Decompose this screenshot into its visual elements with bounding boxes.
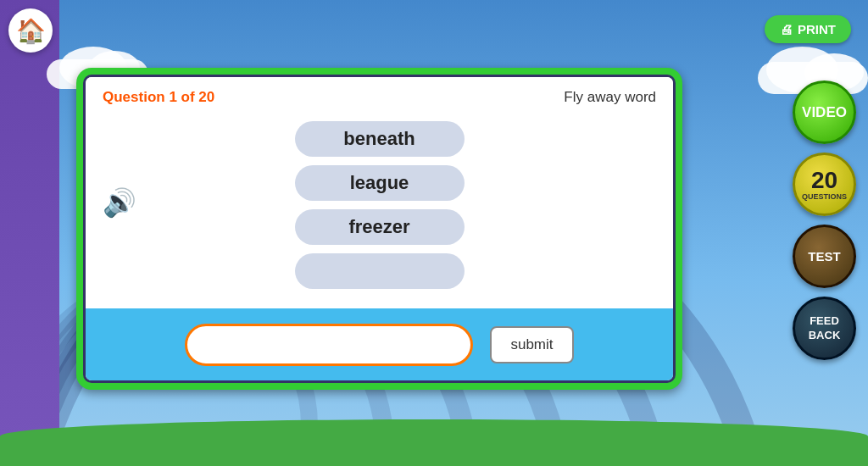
video-button[interactable]: VIDEO — [793, 80, 856, 144]
word-pill-empty[interactable] — [295, 253, 465, 289]
main-card: Question 1 of 20 Fly away word 🔊 beneath… — [76, 68, 682, 390]
word-pill-freezer[interactable]: freezer — [295, 209, 465, 245]
home-button[interactable]: 🏠 — [8, 8, 53, 53]
print-label: PRINT — [798, 22, 836, 36]
print-icon: 🖨 — [780, 22, 793, 36]
print-button[interactable]: 🖨 PRINT — [765, 15, 851, 43]
words-area: beneath league freezer — [103, 87, 656, 297]
feedback-button[interactable]: FEEDBACK — [793, 297, 856, 360]
word-pill-league[interactable]: league — [295, 165, 465, 201]
card-top: Question 1 of 20 Fly away word 🔊 beneath… — [86, 77, 673, 308]
answer-input[interactable] — [185, 324, 473, 366]
questions-button[interactable]: 20 QUESTIONS — [793, 153, 856, 216]
submit-button[interactable]: submit — [490, 326, 573, 363]
fly-away-label: Fly away word — [564, 89, 656, 106]
speaker-icon: 🔊 — [103, 187, 136, 218]
right-buttons: VIDEO 20 QUESTIONS TEST FEEDBACK — [793, 80, 856, 360]
home-icon: 🏠 — [16, 17, 46, 45]
question-label: Question 1 of 20 — [103, 89, 214, 106]
test-button[interactable]: TEST — [793, 225, 856, 288]
word-pill-beneath[interactable]: beneath — [295, 121, 465, 157]
ground — [0, 398, 868, 466]
card-inner: Question 1 of 20 Fly away word 🔊 beneath… — [83, 75, 676, 383]
grass-ground — [0, 419, 868, 466]
card-bottom: submit — [86, 308, 673, 380]
speaker-area[interactable]: 🔊 — [103, 186, 136, 219]
